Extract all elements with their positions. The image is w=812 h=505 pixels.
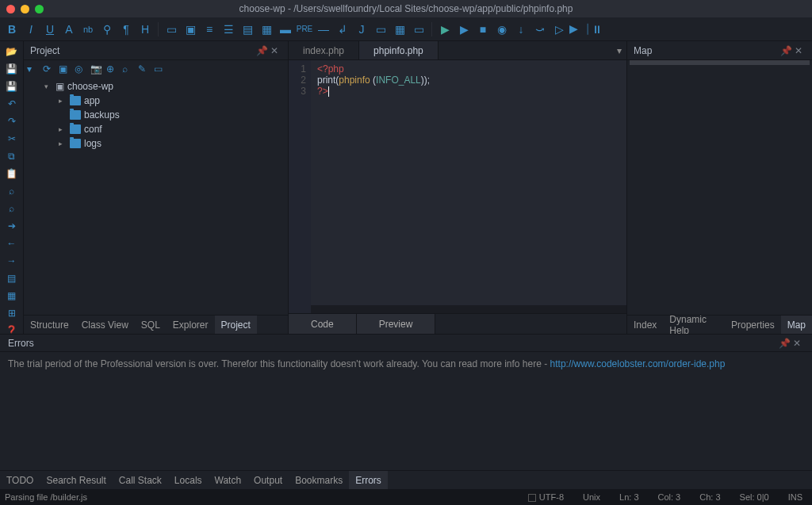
- select-icon[interactable]: ▤: [240, 22, 255, 36]
- tree-root[interactable]: ▾ ▣ choose-wp: [24, 79, 288, 94]
- project-show-icon[interactable]: ◎: [75, 63, 86, 75]
- twisty-icon[interactable]: ▸: [59, 140, 67, 147]
- tab-locals[interactable]: Locals: [168, 471, 209, 489]
- view-tab-preview[interactable]: Preview: [357, 314, 436, 334]
- open-file-icon[interactable]: 📂: [5, 46, 19, 57]
- css-icon[interactable]: ▭: [373, 22, 388, 36]
- list-icon[interactable]: ≡: [202, 22, 216, 36]
- js-icon[interactable]: J: [354, 22, 369, 36]
- minimap-viewport[interactable]: [630, 60, 810, 65]
- status-ins[interactable]: INS: [788, 492, 802, 502]
- project-photo-icon[interactable]: 📷: [90, 63, 102, 75]
- br-icon[interactable]: ↲: [335, 22, 350, 36]
- step-into-icon[interactable]: ↓: [514, 22, 528, 36]
- close-window-button[interactable]: [6, 5, 15, 13]
- tree-item-backups[interactable]: backups: [24, 108, 288, 122]
- project-new-icon[interactable]: ▭: [154, 63, 165, 75]
- button-icon[interactable]: PRE: [297, 22, 312, 36]
- code-body[interactable]: <?phpprint(phpinfo (INFO_ALL));?>: [311, 60, 626, 313]
- expand-icon[interactable]: ⊞: [5, 308, 19, 319]
- anchor-icon[interactable]: ⚲: [100, 22, 114, 36]
- minimize-window-button[interactable]: [21, 5, 29, 13]
- close-panel-icon[interactable]: ✕: [270, 45, 282, 56]
- minimap[interactable]: [627, 60, 812, 315]
- run-icon[interactable]: ▶: [438, 22, 452, 36]
- tab-call-stack[interactable]: Call Stack: [113, 471, 168, 489]
- tab-errors[interactable]: Errors: [349, 471, 388, 489]
- tab-sql[interactable]: SQL: [135, 316, 167, 334]
- input-icon[interactable]: ▬: [278, 22, 293, 36]
- pause-icon[interactable]: ⏸: [590, 22, 604, 36]
- project-chevron-icon[interactable]: ▾: [27, 63, 38, 75]
- image-icon[interactable]: ▣: [183, 22, 197, 36]
- close-panel-icon[interactable]: ✕: [795, 45, 806, 56]
- project-sync-icon[interactable]: ⟳: [43, 63, 54, 75]
- chat-icon[interactable]: ☰: [221, 22, 236, 36]
- stop-icon[interactable]: ■: [476, 22, 490, 36]
- tab-map[interactable]: Map: [781, 316, 812, 334]
- step-over-icon[interactable]: ⤻: [533, 22, 547, 36]
- outline-icon[interactable]: ▦: [5, 290, 19, 301]
- maximize-window-button[interactable]: [35, 5, 44, 13]
- continue-icon[interactable]: ▶⎹: [571, 22, 585, 36]
- tab-phpinfo-php[interactable]: phpinfo.php: [359, 41, 439, 59]
- debug-icon[interactable]: ▶: [457, 22, 471, 36]
- status-encoding[interactable]: UTF-8: [528, 492, 564, 502]
- italic-icon[interactable]: I: [24, 22, 38, 36]
- close-panel-icon[interactable]: ✕: [793, 338, 804, 349]
- textarea-icon[interactable]: ▦: [259, 22, 274, 36]
- step-out-icon[interactable]: ▷: [552, 22, 566, 36]
- form-icon[interactable]: ▭: [412, 22, 426, 36]
- tab-dropdown-icon[interactable]: ▾: [612, 41, 626, 59]
- nbsp-icon[interactable]: nb: [81, 22, 95, 36]
- tab-bookmarks[interactable]: Bookmarks: [289, 471, 349, 489]
- tab-index[interactable]: Index: [627, 316, 663, 334]
- twisty-icon[interactable]: ▾: [44, 82, 52, 90]
- find-icon[interactable]: ⌕: [5, 186, 19, 197]
- twisty-icon[interactable]: ▸: [59, 125, 67, 133]
- bookmark-icon[interactable]: ▤: [5, 273, 19, 284]
- tab-watch[interactable]: Watch: [209, 471, 248, 489]
- tab-todo[interactable]: TODO: [0, 471, 40, 489]
- project-find-icon[interactable]: ⌕: [122, 63, 133, 75]
- tab-project[interactable]: Project: [215, 316, 257, 334]
- cut-icon[interactable]: ✂: [5, 133, 19, 144]
- table-icon[interactable]: ▦: [393, 22, 407, 36]
- tab-structure[interactable]: Structure: [24, 316, 75, 334]
- window-icon[interactable]: ▭: [164, 22, 178, 36]
- undo-icon[interactable]: ↶: [5, 98, 19, 109]
- tab-class-view[interactable]: Class View: [75, 316, 135, 334]
- link-icon[interactable]: A: [62, 22, 76, 36]
- nav-fwd2-icon[interactable]: →: [5, 255, 19, 266]
- errors-link[interactable]: http://www.codelobster.com/order-ide.php: [550, 358, 726, 369]
- pin-icon[interactable]: 📌: [256, 45, 267, 56]
- status-eol[interactable]: Unix: [583, 492, 600, 502]
- paragraph-icon[interactable]: ¶: [119, 22, 133, 36]
- bold-icon[interactable]: B: [5, 22, 19, 36]
- twisty-icon[interactable]: ▸: [59, 97, 67, 105]
- hr-icon[interactable]: —: [316, 22, 331, 36]
- project-globe-icon[interactable]: ⊕: [106, 63, 117, 75]
- heading-icon[interactable]: H: [138, 22, 152, 36]
- tab-properties[interactable]: Properties: [725, 316, 781, 334]
- copy-icon[interactable]: ⧉: [5, 151, 19, 162]
- tab-dynamic-help[interactable]: Dynamic Help: [663, 316, 725, 334]
- tab-index-php[interactable]: index.php: [289, 41, 359, 59]
- paste-icon[interactable]: 📋: [5, 168, 19, 179]
- breakpoint-icon[interactable]: ◉: [495, 22, 509, 36]
- tab-search-result[interactable]: Search Result: [40, 471, 112, 489]
- tree-item-conf[interactable]: ▸ conf: [24, 122, 288, 136]
- find-replace-icon[interactable]: ⌕: [5, 203, 19, 214]
- redo-icon[interactable]: ↷: [5, 116, 19, 127]
- view-tab-code[interactable]: Code: [289, 314, 357, 334]
- underline-icon[interactable]: U: [43, 22, 57, 36]
- tab-output[interactable]: Output: [247, 471, 289, 489]
- pin-icon[interactable]: 📌: [780, 45, 791, 56]
- pin-icon[interactable]: 📌: [779, 338, 790, 349]
- editor-scrollbar-h[interactable]: [311, 305, 626, 313]
- nav-back-icon[interactable]: ➔: [5, 220, 19, 231]
- tree-item-app[interactable]: ▸ app: [24, 94, 288, 108]
- tab-explorer[interactable]: Explorer: [167, 316, 215, 334]
- save-all-icon[interactable]: 💾: [5, 81, 19, 92]
- project-collapse-icon[interactable]: ▣: [59, 63, 70, 75]
